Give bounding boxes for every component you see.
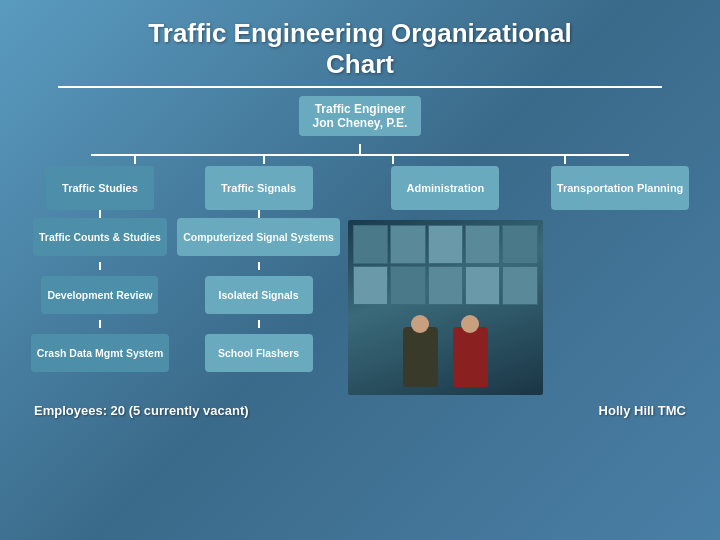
top-connector <box>359 144 361 154</box>
title-line1: Traffic Engineering Organizational <box>148 18 571 48</box>
top-node-line1: Traffic Engineer <box>315 102 406 116</box>
page: Traffic Engineering Organizational Chart… <box>0 0 720 540</box>
connector-ts <box>99 210 101 218</box>
connector-ts2 <box>99 262 101 270</box>
screen-2 <box>390 225 425 264</box>
title-line2: Chart <box>326 49 394 79</box>
screen-7 <box>390 266 425 305</box>
col-sig-children: Computerized Signal Systems Isolated Sig… <box>177 218 340 372</box>
employees-row: Employees: 20 (5 currently vacant) Holly… <box>24 403 696 418</box>
box-development-review: Development Review <box>41 276 158 314</box>
box-crash-data: Crash Data Mgmt System <box>31 334 170 372</box>
screen-5 <box>502 225 537 264</box>
col-transportation: Transportation Planning <box>551 156 690 210</box>
col-traffic-studies: Traffic Studies Traffic Counts & Studies… <box>31 156 170 372</box>
connector-sig2 <box>258 262 260 270</box>
screen-8 <box>428 266 463 305</box>
photo-screens <box>353 225 538 305</box>
screen-1 <box>353 225 388 264</box>
screen-9 <box>465 266 500 305</box>
page-title: Traffic Engineering Organizational Chart <box>148 18 571 80</box>
connector-sig3 <box>258 320 260 328</box>
top-node-line2: Jon Cheney, P.E. <box>313 116 408 130</box>
box-computerized: Computerized Signal Systems <box>177 218 340 256</box>
screen-10 <box>502 266 537 305</box>
figure-2 <box>453 327 488 387</box>
holly-hill-label: Holly Hill TMC <box>599 403 686 418</box>
box-traffic-signals: Traffic Signals <box>205 166 313 210</box>
box-administration: Administration <box>391 166 499 210</box>
v-drop-2 <box>263 154 265 164</box>
v-drop-3 <box>392 154 394 164</box>
photo-figures <box>358 317 533 387</box>
box-traffic-studies: Traffic Studies <box>46 166 154 210</box>
screen-3 <box>428 225 463 264</box>
col-traffic-signals: Traffic Signals Computerized Signal Syst… <box>177 156 340 372</box>
screen-6 <box>353 266 388 305</box>
v-drop-4 <box>564 154 566 164</box>
photo-inner <box>348 220 543 395</box>
title-divider <box>58 86 663 88</box>
col-administration: Administration <box>348 156 543 395</box>
level1-hbar <box>91 154 629 156</box>
col-ts-children: Traffic Counts & Studies Development Rev… <box>31 218 170 372</box>
box-isolated: Isolated Signals <box>205 276 313 314</box>
connector-sig <box>258 210 260 218</box>
screen-4 <box>465 225 500 264</box>
box-school-flashers: School Flashers <box>205 334 313 372</box>
box-transportation-planning: Transportation Planning <box>551 166 690 210</box>
employees-label: Employees: 20 (5 currently vacant) <box>34 403 249 418</box>
top-node: Traffic Engineer Jon Cheney, P.E. <box>299 96 422 136</box>
connector-ts3 <box>99 320 101 328</box>
main-content-row: Traffic Studies Traffic Counts & Studies… <box>24 156 696 395</box>
box-traffic-counts: Traffic Counts & Studies <box>33 218 167 256</box>
v-drop-1 <box>134 154 136 164</box>
photo-holly-hill-tmc <box>348 220 543 395</box>
figure-1 <box>403 327 438 387</box>
